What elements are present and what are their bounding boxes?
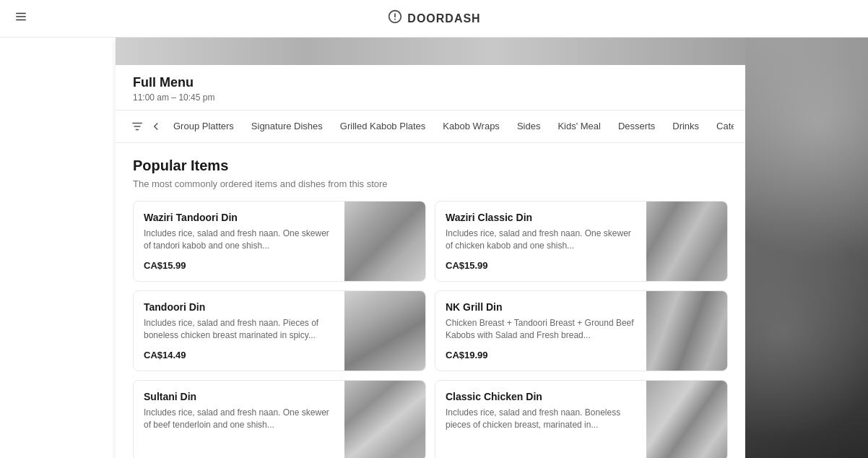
doordash-logo-text: DOORDASH — [407, 12, 480, 25]
hamburger-menu-icon[interactable] — [14, 10, 27, 27]
item-info: Tandoori Din Includes rice, salad and fr… — [134, 291, 344, 371]
nav-items-list: Group Platters Signature Dishes Grilled … — [165, 112, 734, 142]
food-image-5 — [344, 381, 425, 458]
menu-item-sultani-din[interactable]: Sultani Din Includes rice, salad and fre… — [133, 380, 426, 458]
item-image — [344, 381, 425, 458]
item-desc: Chicken Breast + Tandoori Breast + Groun… — [446, 317, 636, 344]
item-image — [646, 202, 727, 281]
menu-item-nk-grill-din[interactable]: NK Grill Din Chicken Breast + Tandoori B… — [435, 290, 728, 371]
right-background — [745, 38, 868, 458]
item-name: Tandoori Din — [144, 301, 334, 313]
item-info: Waziri Tandoori Din Includes rice, salad… — [134, 202, 344, 281]
item-name: Sultani Din — [144, 391, 334, 402]
nav-item-signature-dishes[interactable]: Signature Dishes — [243, 112, 331, 142]
menu-hours: 11:00 am – 10:45 pm — [133, 92, 728, 103]
items-row-1: Waziri Tandoori Din Includes rice, salad… — [133, 201, 728, 282]
right-bg-image — [745, 38, 868, 458]
item-name: Waziri Tandoori Din — [144, 212, 334, 223]
item-info: Classic Chicken Din Includes rice, salad… — [435, 381, 646, 458]
items-row-2: Tandoori Din Includes rice, salad and fr… — [133, 290, 728, 371]
item-image — [344, 291, 425, 371]
left-background — [0, 38, 116, 458]
item-name: Waziri Classic Din — [446, 212, 636, 223]
main-container: Full Menu 11:00 am – 10:45 pm Group Plat… — [0, 38, 868, 458]
menu-item-waziri-classic[interactable]: Waziri Classic Din Includes rice, salad … — [435, 201, 728, 282]
item-desc: Includes rice, salad and fresh naan. Pie… — [144, 317, 334, 344]
nav-item-catering[interactable]: Catering — [708, 112, 734, 142]
item-price: CA$15.99 — [144, 260, 334, 271]
item-image — [646, 291, 727, 371]
menu-header: Full Menu 11:00 am – 10:45 pm — [116, 65, 745, 111]
item-info: Waziri Classic Din Includes rice, salad … — [435, 202, 646, 281]
category-navigation: Group Platters Signature Dishes Grilled … — [116, 111, 745, 143]
items-grid: Waziri Tandoori Din Includes rice, salad… — [133, 201, 728, 458]
section-title: Popular Items — [133, 157, 728, 174]
food-image-4 — [646, 291, 727, 371]
nav-item-kabob-wraps[interactable]: Kabob Wraps — [434, 112, 508, 142]
section-subtitle: The most commonly ordered items and dish… — [133, 178, 728, 189]
item-price: CA$19.99 — [446, 350, 636, 360]
item-image — [344, 202, 425, 281]
item-desc: Includes rice, salad and fresh naan. One… — [144, 407, 334, 444]
hero-image — [116, 38, 745, 65]
food-image-2 — [646, 202, 727, 281]
nav-item-desserts[interactable]: Desserts — [609, 112, 664, 142]
menu-item-tandoori-din[interactable]: Tandoori Din Includes rice, salad and fr… — [133, 290, 426, 371]
nav-item-group-platters[interactable]: Group Platters — [165, 112, 243, 142]
filter-icon[interactable] — [127, 111, 147, 142]
item-image — [646, 381, 727, 458]
nav-item-drinks[interactable]: Drinks — [664, 112, 708, 142]
item-desc: Includes rice, salad and fresh naan. One… — [144, 228, 334, 254]
top-navigation: DOORDASH — [0, 0, 868, 38]
nav-back-arrow[interactable] — [147, 111, 165, 142]
food-image-6 — [646, 381, 727, 458]
item-desc: Includes rice, salad and fresh naan. One… — [446, 228, 636, 254]
food-image-3 — [344, 291, 425, 371]
content-area: Popular Items The most commonly ordered … — [116, 143, 745, 458]
center-panel: Full Menu 11:00 am – 10:45 pm Group Plat… — [116, 38, 745, 458]
nav-item-sides[interactable]: Sides — [508, 112, 550, 142]
item-desc: Includes rice, salad and fresh naan. Bon… — [446, 407, 636, 444]
item-name: NK Grill Din — [446, 301, 636, 313]
item-price: CA$14.49 — [144, 350, 334, 360]
item-info: NK Grill Din Chicken Breast + Tandoori B… — [435, 291, 646, 371]
menu-title: Full Menu — [133, 75, 728, 90]
item-price: CA$15.99 — [446, 260, 636, 271]
menu-item-waziri-tandoori[interactable]: Waziri Tandoori Din Includes rice, salad… — [133, 201, 426, 282]
nav-item-grilled-kabob-plates[interactable]: Grilled Kabob Plates — [331, 112, 435, 142]
item-info: Sultani Din Includes rice, salad and fre… — [134, 381, 344, 458]
item-name: Classic Chicken Din — [446, 391, 636, 402]
doordash-logo-icon — [387, 9, 403, 28]
food-image-1 — [344, 202, 425, 281]
menu-item-classic-chicken-din[interactable]: Classic Chicken Din Includes rice, salad… — [435, 380, 728, 458]
doordash-logo: DOORDASH — [387, 9, 480, 28]
nav-item-kids-meal[interactable]: Kids' Meal — [549, 112, 609, 142]
items-row-3: Sultani Din Includes rice, salad and fre… — [133, 380, 728, 458]
